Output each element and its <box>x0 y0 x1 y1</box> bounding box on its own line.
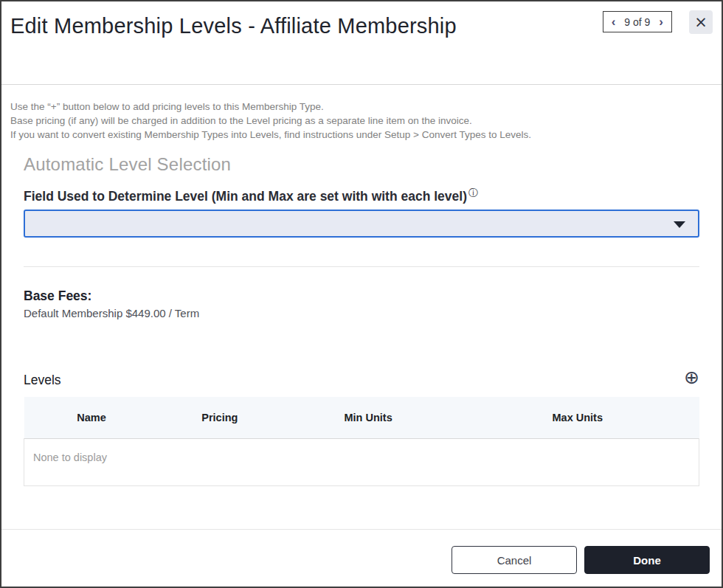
empty-state-cell: None to display <box>24 438 699 485</box>
header-controls: ‹ 9 of 9 › × <box>603 9 713 34</box>
column-header-min-units: Min Units <box>280 397 456 438</box>
levels-heading: Levels <box>24 373 61 388</box>
section-divider <box>24 266 699 267</box>
info-icon[interactable]: ⓘ <box>468 187 478 198</box>
instructions-line-2: Base pricing (if any) will be charged in… <box>10 114 713 128</box>
pager-prev-icon[interactable]: ‹ <box>612 15 616 28</box>
pager-next-icon[interactable]: › <box>659 15 663 28</box>
field-used-label-text: Field Used to Determine Level (Min and M… <box>24 189 467 204</box>
record-pager: ‹ 9 of 9 › <box>603 11 672 32</box>
pager-label: 9 of 9 <box>624 16 650 28</box>
cancel-button[interactable]: Cancel <box>452 546 577 574</box>
dialog-body: Use the “+” button below to add pricing … <box>1 85 722 529</box>
base-fees-heading: Base Fees: <box>24 288 699 304</box>
instructions-line-1: Use the “+” button below to add pricing … <box>10 100 713 114</box>
dialog-footer: Cancel Done <box>1 529 722 587</box>
column-header-max-units: Max Units <box>456 397 699 438</box>
instructions-text: Use the “+” button below to add pricing … <box>1 85 722 142</box>
field-used-dropdown[interactable] <box>24 210 699 238</box>
dialog-header: Edit Membership Levels - Affiliate Membe… <box>1 1 722 85</box>
automatic-level-selection-heading: Automatic Level Selection <box>24 154 699 175</box>
empty-state-message: None to display <box>33 452 690 463</box>
levels-table: Name Pricing Min Units Max Units None to… <box>24 397 699 486</box>
field-used-label: Field Used to Determine Level (Min and M… <box>24 189 699 204</box>
base-fees-detail: Default Membership $449.00 / Term <box>24 307 699 319</box>
levels-table-header-row: Name Pricing Min Units Max Units <box>24 397 699 438</box>
done-button[interactable]: Done <box>584 546 710 574</box>
column-header-name: Name <box>24 397 159 438</box>
close-icon[interactable]: × <box>689 10 713 34</box>
dialog-content: Automatic Level Selection Field Used to … <box>1 154 722 486</box>
levels-table-empty-row: None to display <box>24 438 699 485</box>
edit-membership-levels-dialog: Edit Membership Levels - Affiliate Membe… <box>0 0 723 588</box>
column-header-pricing: Pricing <box>159 397 281 438</box>
add-level-icon[interactable]: ⊕ <box>684 368 699 387</box>
dialog-title: Edit Membership Levels - Affiliate Membe… <box>10 9 457 43</box>
levels-header-row: Levels ⊕ <box>24 368 699 388</box>
chevron-down-icon <box>674 221 685 228</box>
instructions-line-3: If you want to convert existing Membersh… <box>10 128 713 142</box>
